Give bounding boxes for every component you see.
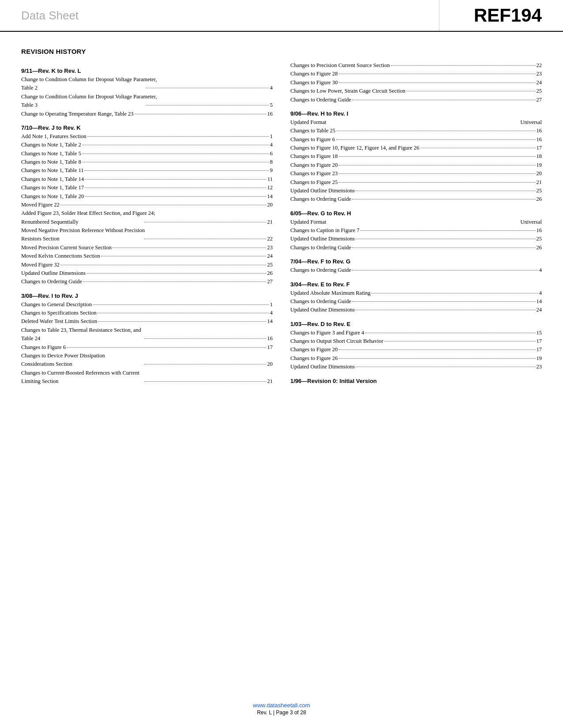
header-title: Data Sheet <box>21 9 79 23</box>
page-content: REVISION HISTORY 9/11—Rev. K to Rev. L C… <box>0 32 563 412</box>
section-heading-906: 9/06—Rev. H to Rev. I <box>291 110 542 117</box>
section-heading-710: 7/10—Rev. J to Rev. K <box>21 124 273 131</box>
list-item: Moved Precision Current Source Section 2… <box>21 244 273 252</box>
list-item: Added Figure 23, Solder Heat Effect Sect… <box>21 209 273 218</box>
list-item: Table 24 16 <box>21 334 273 343</box>
list-item: Changes to Figure 6 17 <box>21 343 273 352</box>
list-item: Changes to Note 1, Table 11 9 <box>21 166 273 175</box>
list-item: Changes to Figure 6 16 <box>291 135 542 144</box>
list-item: Changes to Current-Boosted References wi… <box>21 369 273 377</box>
list-item: Updated Absolute Maximum Rating 4 <box>291 289 542 297</box>
revision-history-title: REVISION HISTORY <box>21 48 542 55</box>
list-item: Add Note 1, Features Section 1 <box>21 132 273 141</box>
list-item: Change to Operating Temperature Range, T… <box>21 110 273 118</box>
list-item: Changes to Ordering Guide 26 <box>291 195 542 203</box>
section-heading-304: 3/04—Rev. E to Rev. F <box>291 281 542 288</box>
list-item: Changes to Figure 20 17 <box>291 345 542 354</box>
list-item: Renumbered Sequentially 21 <box>21 218 273 226</box>
list-item: Changes to Ordering Guide 27 <box>291 96 542 104</box>
footer-sub: Rev. L | Page 3 of 28 <box>0 709 563 716</box>
section-heading-605: 6/05—Rev. G to Rev. H <box>291 210 542 217</box>
list-item: Changes to Figure 23 20 <box>291 169 542 178</box>
list-item: Moved Kelvin Connections Section 24 <box>21 252 273 260</box>
list-item: Changes to Ordering Guide 4 <box>291 266 542 274</box>
footer-url[interactable]: www.datasheetall.com <box>253 702 310 709</box>
list-item: Resistors Section 22 <box>21 235 273 243</box>
list-item: Changes to Caption in Figure 7 16 <box>291 226 542 235</box>
list-item: Table 3 5 <box>21 101 273 109</box>
list-item: Changes to Figure 10, Figure 12, Figure … <box>291 144 542 152</box>
list-item: Updated Outline Dimensions 25 <box>291 187 542 195</box>
list-item: Changes to Figure 3 and Figure 4 15 <box>291 329 542 337</box>
list-item: Changes to Note 1, Table 5 6 <box>21 150 273 158</box>
list-item: Updated Outline Dimensions 26 <box>21 269 273 278</box>
list-item: Changes to Note 1, Table 2 4 <box>21 141 273 149</box>
list-item: Deleted Wafer Test Limits Section 14 <box>21 317 273 326</box>
list-item: Changes to Figure 30 24 <box>291 79 542 87</box>
list-item: Updated Outline Dimensions 25 <box>291 235 542 243</box>
header-right: REF194 <box>439 0 563 31</box>
list-item: Changes to Device Power Dissipation <box>21 352 273 360</box>
list-item: Changes to Note 1, Table 8 8 <box>21 158 273 166</box>
list-item: Table 2 4 <box>21 84 273 92</box>
list-item: Change to Condition Column for Dropout V… <box>21 75 273 84</box>
section-heading-103: 1/03—Rev. D to Rev. E <box>291 321 542 327</box>
page: Data Sheet REF194 REVISION HISTORY 9/11—… <box>0 0 563 728</box>
section-heading-308: 3/08—Rev. I to Rev. J <box>21 293 273 299</box>
page-header: Data Sheet REF194 <box>0 0 563 32</box>
list-item: Changes to Specifications Section 4 <box>21 309 273 317</box>
list-item: Moved Negative Precision Reference Witho… <box>21 226 273 235</box>
list-item: Changes to Table 25 16 <box>291 127 542 135</box>
list-item: Updated Outline Dimensions 23 <box>291 363 542 371</box>
list-item: Changes to Figure 18 18 <box>291 152 542 161</box>
list-item: Changes to Ordering Guide 26 <box>291 244 542 252</box>
list-item: Changes to Note 1, Table 17 12 <box>21 184 273 192</box>
list-item: Changes to Note 1, Table 20 14 <box>21 192 273 201</box>
page-footer: www.datasheetall.com Rev. L | Page 3 of … <box>0 702 563 716</box>
list-item: Changes to Output Short Circuit Behavior… <box>291 337 542 345</box>
list-item: Changes to Table 23, Thermal Resistance … <box>21 326 273 334</box>
list-item: Changes to General Description 1 <box>21 300 273 309</box>
list-item: Changes to Ordering Guide 27 <box>21 278 273 286</box>
list-item: Updated Format Universal <box>291 118 542 127</box>
list-item: Moved Figure 22 20 <box>21 201 273 209</box>
list-item: Changes to Figure 28 23 <box>291 70 542 78</box>
section-heading-704: 7/04—Rev. F to Rev. G <box>291 258 542 265</box>
list-item: Changes to Low Power, Strain Gage Circui… <box>291 87 542 95</box>
section-heading-196: 1/96—Revision 0: Initial Version <box>291 378 542 384</box>
header-left: Data Sheet <box>0 0 439 31</box>
right-column: Changes to Precision Current Source Sect… <box>291 61 542 386</box>
list-item: Moved Figure 32 25 <box>21 261 273 269</box>
list-item: Considerations Section 20 <box>21 360 273 368</box>
two-column-layout: 9/11—Rev. K to Rev. L Change to Conditio… <box>21 61 542 386</box>
list-item: Changes to Figure 25 21 <box>291 178 542 187</box>
list-item: Changes to Ordering Guide 14 <box>291 297 542 306</box>
list-item: Changes to Figure 26 19 <box>291 354 542 363</box>
list-item: Updated Format Universal <box>291 218 542 226</box>
left-column: 9/11—Rev. K to Rev. L Change to Conditio… <box>21 61 273 386</box>
list-item: Changes to Figure 20 19 <box>291 161 542 169</box>
list-item: Change to Condition Column for Dropout V… <box>21 93 273 101</box>
part-number: REF194 <box>474 5 542 26</box>
list-item: Updated Outline Dimensions 24 <box>291 306 542 314</box>
list-item: Limiting Section 21 <box>21 377 273 386</box>
list-item: Changes to Note 1, Table 14 11 <box>21 175 273 184</box>
list-item: Changes to Precision Current Source Sect… <box>291 61 542 70</box>
section-heading-911: 9/11—Rev. K to Rev. L <box>21 68 273 74</box>
